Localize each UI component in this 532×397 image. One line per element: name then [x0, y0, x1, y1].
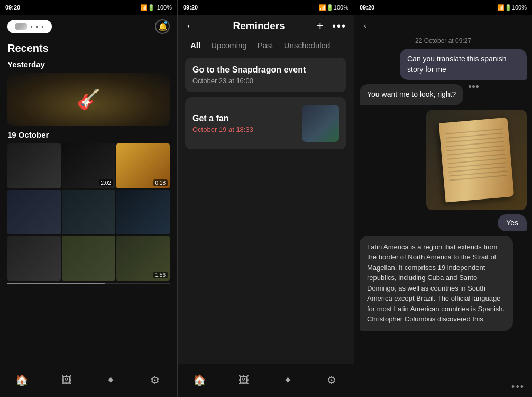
nav-spark-2[interactable]: ✦	[278, 371, 297, 390]
october-label: 19 October	[0, 128, 177, 141]
status-bar-3: 09:20 📶🔋100%	[354, 0, 532, 15]
reminder-thumbnail-2	[302, 105, 339, 142]
reminder-title-2: Get a fan	[192, 114, 297, 123]
back-button-3[interactable]: ←	[362, 19, 373, 33]
logo-dots: • • •	[31, 24, 44, 30]
reminder-card-1[interactable]: Go to the Snapdragon event October 23 at…	[185, 58, 346, 92]
status-bar-1: 09:20 📶🔋100%	[0, 0, 177, 15]
add-reminder-button[interactable]: +	[317, 19, 324, 33]
reminder-title-1: Go to the Snapdragon event	[192, 65, 339, 75]
more-options-button[interactable]: •••	[332, 20, 346, 32]
status-icons-1: 📶🔋100%	[140, 4, 172, 11]
status-bar-2: 09:20 📶🔋100%	[178, 0, 354, 15]
reminder-text-block-2: Get a fan October 19 at 18:33	[192, 114, 297, 133]
nav-settings-1[interactable]: ⚙	[145, 371, 164, 390]
notification-bell[interactable]: 🔔	[155, 19, 170, 34]
tab-upcoming[interactable]: Upcoming	[206, 38, 252, 52]
scroll-track-1	[7, 283, 170, 284]
reminder-card-2[interactable]: Get a fan October 19 at 18:33	[185, 97, 346, 149]
app-logo[interactable]: • • •	[7, 20, 52, 33]
reminder-date-1: October 23 at 16:00	[192, 77, 339, 85]
reminders-actions: + •••	[317, 19, 346, 33]
message-1: Can you translate this spanish story for…	[400, 49, 527, 80]
bottom-nav-2: 🏠 🖼 ✦ ⚙	[178, 364, 354, 397]
chat-messages: Can you translate this spanish story for…	[354, 49, 532, 377]
chat-more-button[interactable]: •••	[511, 382, 525, 393]
book-image[interactable]	[426, 110, 527, 210]
message-yes: Yes	[498, 214, 527, 231]
video-duration-1: 2:02	[99, 179, 113, 186]
reminders-tabs: All Upcoming Past Unscheduled	[178, 35, 354, 58]
grid-photo-8[interactable]	[62, 236, 115, 281]
recents-title: Recents	[0, 37, 177, 58]
back-button-2[interactable]: ←	[185, 19, 197, 33]
reminders-panel: 09:20 📶🔋100% ← Reminders + ••• All Upcom…	[177, 0, 354, 397]
status-icons-2: 📶🔋100%	[319, 4, 348, 11]
nav-home-1[interactable]: 🏠	[13, 371, 32, 390]
message-dots	[466, 84, 481, 89]
time-1: 09:20	[5, 4, 20, 11]
tab-past[interactable]: Past	[252, 38, 279, 52]
book-visual	[439, 117, 515, 202]
chat-panel: 09:20 📶🔋100% ← 22 October at 09:27 Can y…	[354, 0, 532, 397]
grid-photo-3[interactable]: 0:18	[116, 143, 170, 188]
reminders-header: ← Reminders + •••	[178, 15, 354, 35]
nav-settings-2[interactable]: ⚙	[322, 371, 341, 390]
reminder-date-2: October 19 at 18:33	[192, 125, 297, 133]
photos-panel: 09:20 📶🔋100% • • • 🔔 Recents Yesterday 🎸…	[0, 0, 177, 397]
photos-header: • • • 🔔	[0, 15, 177, 37]
message-2: You want me to look, right?	[360, 84, 463, 105]
chat-date: 22 October at 09:27	[354, 35, 532, 49]
message-translation: Latin America is a region that extends f…	[360, 236, 513, 331]
nav-photos-2[interactable]: 🖼	[234, 371, 253, 390]
video-duration-3: 1:56	[153, 272, 168, 278]
thumb-image-2	[302, 105, 339, 142]
grid-photo-1[interactable]	[7, 143, 61, 188]
time-2: 09:20	[183, 4, 198, 11]
book-text-lines	[445, 128, 507, 181]
chat-bottom-actions: •••	[354, 377, 532, 397]
photo-grid: 2:02 0:18 1:56	[7, 143, 170, 281]
grid-photo-9[interactable]: 1:56	[116, 236, 170, 281]
status-icons-3: 📶🔋100%	[497, 4, 527, 11]
nav-spark-1[interactable]: ✦	[101, 371, 120, 390]
grid-photo-2[interactable]: 2:02	[62, 143, 115, 188]
tab-all[interactable]: All	[185, 38, 206, 52]
tab-unscheduled[interactable]: Unscheduled	[279, 38, 336, 52]
nav-photos-1[interactable]: 🖼	[57, 371, 76, 390]
grid-photo-7[interactable]	[7, 236, 61, 281]
guitar-image: 🎸	[7, 73, 170, 126]
yesterday-label: Yesterday	[0, 58, 177, 71]
video-duration-2: 0:18	[153, 179, 168, 186]
grid-photo-6[interactable]	[116, 190, 170, 234]
grid-photo-4[interactable]	[7, 190, 61, 234]
nav-home-2[interactable]: 🏠	[190, 371, 209, 390]
notification-dot	[164, 21, 168, 24]
chat-header: ←	[354, 15, 532, 35]
reminders-title: Reminders	[233, 20, 285, 32]
logo-icon	[15, 23, 27, 30]
time-3: 09:20	[360, 4, 374, 11]
message-2-row: You want me to look, right?	[360, 84, 527, 105]
guitar-photo[interactable]: 🎸	[7, 73, 170, 126]
grid-photo-5[interactable]	[62, 190, 115, 234]
reminder-row-2: Get a fan October 19 at 18:33	[192, 105, 339, 142]
scroll-thumb-1	[7, 283, 105, 284]
bottom-nav-1: 🏠 🖼 ✦ ⚙	[0, 364, 177, 397]
